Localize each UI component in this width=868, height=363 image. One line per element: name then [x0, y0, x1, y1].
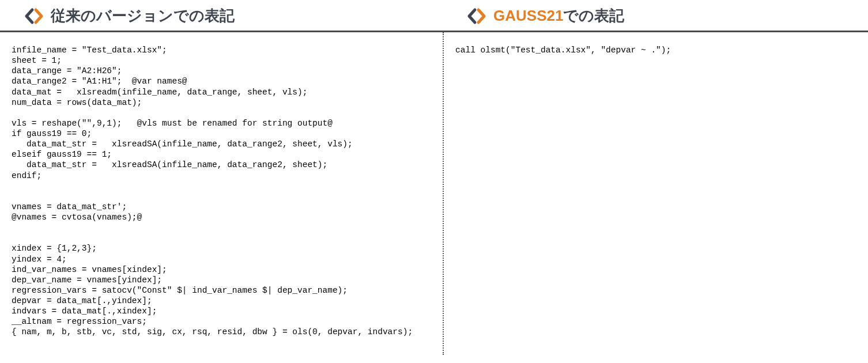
code-chevron-icon: [24, 6, 44, 26]
right-title: GAUSS21での表記: [493, 6, 624, 26]
right-column: GAUSS21での表記 call olsmt("Test_data.xlsx",…: [443, 0, 868, 355]
right-title-highlight: GAUSS21: [493, 7, 563, 24]
left-code-block: infile_name = "Test_data.xlsx"; sheet = …: [0, 32, 443, 347]
right-header: GAUSS21での表記: [443, 0, 868, 32]
left-header: 従来のバージョンでの表記: [0, 0, 443, 32]
right-title-suffix: での表記: [563, 7, 624, 24]
right-code-block: call olsmt("Test_data.xlsx", "depvar ~ .…: [443, 32, 868, 355]
comparison-container: 従来のバージョンでの表記 infile_name = "Test_data.xl…: [0, 0, 868, 355]
left-title: 従来のバージョンでの表記: [51, 6, 235, 26]
left-column: 従来のバージョンでの表記 infile_name = "Test_data.xl…: [0, 0, 443, 355]
code-chevron-icon: [467, 6, 486, 26]
